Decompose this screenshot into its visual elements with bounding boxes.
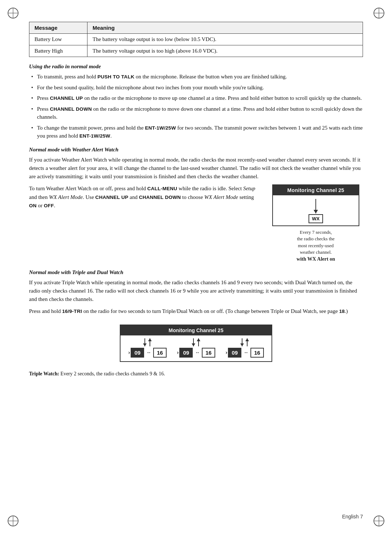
tw-arrows-2 <box>193 338 199 346</box>
key-channel-down-2: CHANNEL DOWN <box>139 195 181 200</box>
bullet-2: For the best sound quality, hold the mic… <box>29 83 363 92</box>
wx-label-box: WX <box>309 214 323 223</box>
table-cell-meaning: The battery voltage output is too low (b… <box>87 34 363 45</box>
tw-dash-2: ↔ <box>195 350 200 355</box>
caption-triple-text: Every 2 seconds, the radio checks channe… <box>59 371 165 376</box>
arrow-down-wx <box>315 199 316 213</box>
tw-channels-2: › 09 ↔ 16 <box>177 348 215 358</box>
tw-arrow-down-2 <box>193 338 194 346</box>
text-setup: Setup <box>243 186 255 191</box>
tw-ch1-1: 09 <box>131 348 144 358</box>
tw-arrows-1 <box>144 338 150 346</box>
tw-arrow-up-1 <box>150 338 150 346</box>
bullet-3: Press CHANNEL UP on the radio or the mic… <box>29 94 363 102</box>
triple-watch-diagram-container: Monitoring Channel 25 › 09 ↔ 16 <box>29 319 363 367</box>
tw-dash-1: ↔ <box>146 350 151 355</box>
tw-channels-1: › 09 ↔ 16 <box>128 348 167 358</box>
triple-watch-body: › 09 ↔ 16 › <box>121 335 271 361</box>
tw-channels-3: › 09 ↔ 16 <box>225 348 264 358</box>
key-ent-1w25w-1: ENT-1W/25W <box>145 125 176 131</box>
tw-ch1-3: 09 <box>228 348 241 358</box>
key-channel-up-2: CHANNEL UP <box>95 195 128 200</box>
key-off: OFF <box>44 203 54 208</box>
tw-arrow-down-3 <box>242 338 242 346</box>
section3-para2: Press and hold 16/9-TRI on the radio for… <box>29 307 363 315</box>
page-content: Message Meaning Battery LowThe battery v… <box>0 0 392 534</box>
section2-para1: If you activate Weather Alert Watch whil… <box>29 156 363 181</box>
tw-arrow-right-1: › <box>128 349 130 356</box>
tw-ch1-2: 09 <box>179 348 193 358</box>
tw-arrow-right-2: › <box>177 349 179 356</box>
tw-group-2: › 09 ↔ 16 <box>177 338 215 358</box>
key-push-to-talk: PUSH TO TALK <box>97 74 134 80</box>
key-channel-down: CHANNEL DOWN <box>50 106 92 112</box>
text-wx-alert-mode: WX Alert Mode <box>49 194 83 200</box>
tw-group-1: › 09 ↔ 16 <box>128 338 167 358</box>
tw-ch2-3: 16 <box>250 348 264 358</box>
section1-bullets: To transmit, press and hold PUSH TO TALK… <box>29 73 363 140</box>
caption-line2: the radio checks the <box>297 236 335 241</box>
key-on: ON <box>29 203 37 208</box>
tw-arrows-3 <box>242 338 248 346</box>
section2-two-col: To turn Weather Alert Watch on or off, p… <box>29 184 363 262</box>
table-header-message: Message <box>29 22 87 34</box>
monitor-box-header: Monitoring Channel 25 <box>273 185 359 195</box>
triple-watch-caption: Triple Watch: Every 2 seconds, the radio… <box>29 370 363 378</box>
page-ref-18: 18 <box>339 309 344 314</box>
text-wx-alert-mode-2: WX Alert Mode <box>204 194 238 200</box>
caption-line3: most recently-used <box>298 243 334 248</box>
section1-heading: Using the radio in normal mode <box>29 64 363 70</box>
message-table: Message Meaning Battery LowThe battery v… <box>29 22 363 57</box>
caption-line1: Every 7 seconds, <box>300 229 332 235</box>
key-169tri: 16/9-TRI <box>62 309 82 314</box>
triple-watch-diagram: Monitoring Channel 25 › 09 ↔ 16 <box>120 325 272 362</box>
table-row: Battery HighThe battery voltage output i… <box>29 45 363 57</box>
bullet-5: To change the transmit power, press and … <box>29 124 363 140</box>
key-channel-up: CHANNEL UP <box>50 95 83 101</box>
section3-para1: If you activate Triple Watch while opera… <box>29 278 363 304</box>
caption-bold-wx: with WX Alert on <box>297 256 335 262</box>
caption-triple-bold: Triple Watch: <box>29 371 59 376</box>
table-cell-meaning: The battery voltage output is too high (… <box>87 45 363 57</box>
table-header-meaning: Meaning <box>87 22 363 34</box>
triple-watch-header: Monitoring Channel 25 <box>121 325 271 335</box>
bullet-1: To transmit, press and hold PUSH TO TALK… <box>29 73 363 81</box>
section3-heading: Normal mode with Triple and Dual Watch <box>29 269 363 276</box>
tw-arrow-down-1 <box>144 338 145 346</box>
table-cell-message: Battery High <box>29 45 87 57</box>
section2-left: To turn Weather Alert Watch on or off, p… <box>29 184 260 210</box>
tw-dash-3: ↔ <box>244 350 248 355</box>
monitor-caption-wx: Every 7 seconds, the radio checks the mo… <box>297 229 335 262</box>
caption-line4: weather channel. <box>300 249 332 255</box>
section2-right: Monitoring Channel 25 WX Every 7 seconds… <box>269 184 363 262</box>
tw-group-3: › 09 ↔ 16 <box>225 338 264 358</box>
tw-arrow-up-2 <box>198 338 199 346</box>
section2-heading: Normal mode with Weather Alert Watch <box>29 147 363 153</box>
table-row: Battery LowThe battery voltage output is… <box>29 34 363 45</box>
monitor-box-body: WX <box>273 195 359 225</box>
tw-arrow-right-3: › <box>225 349 227 356</box>
tw-ch2-2: 16 <box>202 348 215 358</box>
key-call-menu: CALL-MENU <box>147 186 177 191</box>
monitor-box-wx: Monitoring Channel 25 WX <box>272 184 359 226</box>
key-ent-1w25w-2: ENT-1W/25W <box>79 133 110 139</box>
bullet-4: Press CHANNEL DOWN on the radio or the m… <box>29 105 363 121</box>
tw-ch2-1: 16 <box>153 348 167 358</box>
tw-arrow-up-3 <box>247 338 248 346</box>
page-footer: English 7 <box>342 514 363 519</box>
table-cell-message: Battery Low <box>29 34 87 45</box>
